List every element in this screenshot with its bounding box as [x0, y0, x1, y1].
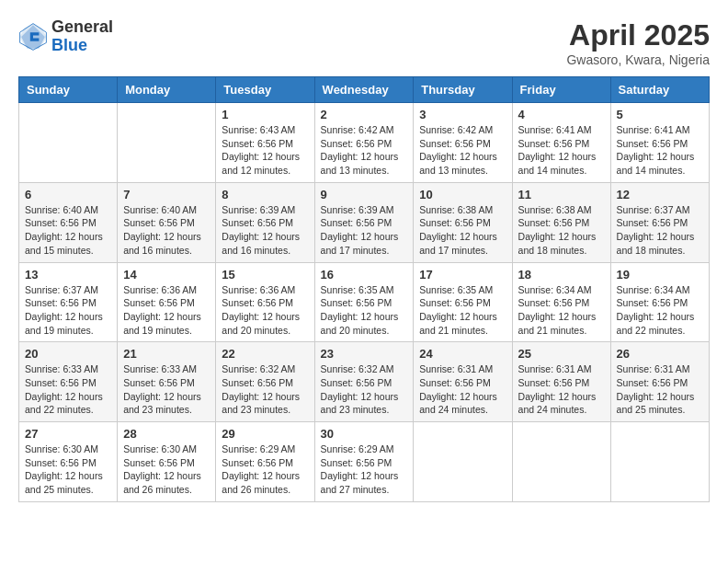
day-info: Sunrise: 6:36 AMSunset: 6:56 PMDaylight:… — [123, 283, 210, 338]
day-cell: 28Sunrise: 6:30 AMSunset: 6:56 PMDayligh… — [118, 422, 216, 502]
day-cell: 12Sunrise: 6:37 AMSunset: 6:56 PMDayligh… — [610, 182, 709, 262]
day-number: 30 — [321, 427, 408, 441]
day-cell: 24Sunrise: 6:31 AMSunset: 6:56 PMDayligh… — [414, 342, 512, 422]
day-cell: 19Sunrise: 6:34 AMSunset: 6:56 PMDayligh… — [610, 262, 709, 342]
day-number: 10 — [419, 188, 506, 201]
day-cell: 22Sunrise: 6:32 AMSunset: 6:56 PMDayligh… — [216, 342, 314, 422]
page-header: General Blue April 2025 Gwasoro, Kwara, … — [18, 18, 710, 67]
weekday-header-saturday: Saturday — [610, 77, 709, 103]
day-cell: 17Sunrise: 6:35 AMSunset: 6:56 PMDayligh… — [414, 262, 512, 342]
day-info: Sunrise: 6:37 AMSunset: 6:56 PMDaylight:… — [617, 203, 703, 258]
day-cell: 8Sunrise: 6:39 AMSunset: 6:56 PMDaylight… — [216, 182, 314, 262]
day-info: Sunrise: 6:38 AMSunset: 6:56 PMDaylight:… — [419, 203, 506, 258]
day-cell: 15Sunrise: 6:36 AMSunset: 6:56 PMDayligh… — [216, 262, 314, 342]
logo-icon — [18, 22, 48, 52]
day-number: 18 — [518, 268, 605, 282]
day-cell — [118, 103, 216, 183]
day-number: 24 — [419, 347, 506, 361]
day-info: Sunrise: 6:40 AMSunset: 6:56 PMDaylight:… — [25, 203, 111, 258]
week-row-5: 27Sunrise: 6:30 AMSunset: 6:56 PMDayligh… — [19, 422, 710, 502]
day-number: 13 — [25, 268, 111, 282]
day-info: Sunrise: 6:31 AMSunset: 6:56 PMDaylight:… — [419, 362, 506, 417]
day-info: Sunrise: 6:41 AMSunset: 6:56 PMDaylight:… — [617, 123, 703, 178]
day-info: Sunrise: 6:30 AMSunset: 6:56 PMDaylight:… — [123, 442, 210, 497]
day-cell: 27Sunrise: 6:30 AMSunset: 6:56 PMDayligh… — [19, 422, 118, 502]
day-cell: 5Sunrise: 6:41 AMSunset: 6:56 PMDaylight… — [610, 103, 709, 183]
title-block: April 2025 Gwasoro, Kwara, Nigeria — [566, 18, 710, 67]
day-number: 8 — [222, 188, 308, 201]
weekday-header-row: SundayMondayTuesdayWednesdayThursdayFrid… — [19, 77, 710, 103]
logo-text: General Blue — [51, 18, 113, 55]
day-info: Sunrise: 6:39 AMSunset: 6:56 PMDaylight:… — [321, 203, 408, 258]
week-row-2: 6Sunrise: 6:40 AMSunset: 6:56 PMDaylight… — [19, 182, 710, 262]
weekday-header-sunday: Sunday — [19, 77, 118, 103]
day-number: 4 — [518, 108, 605, 121]
weekday-header-tuesday: Tuesday — [216, 77, 314, 103]
day-cell: 25Sunrise: 6:31 AMSunset: 6:56 PMDayligh… — [512, 342, 610, 422]
day-number: 1 — [222, 108, 308, 121]
calendar-table: SundayMondayTuesdayWednesdayThursdayFrid… — [18, 76, 710, 502]
day-cell: 26Sunrise: 6:31 AMSunset: 6:56 PMDayligh… — [610, 342, 709, 422]
day-number: 20 — [25, 347, 111, 361]
week-row-4: 20Sunrise: 6:33 AMSunset: 6:56 PMDayligh… — [19, 342, 710, 422]
day-info: Sunrise: 6:43 AMSunset: 6:56 PMDaylight:… — [222, 123, 308, 178]
day-cell: 23Sunrise: 6:32 AMSunset: 6:56 PMDayligh… — [314, 342, 414, 422]
day-cell: 14Sunrise: 6:36 AMSunset: 6:56 PMDayligh… — [118, 262, 216, 342]
day-cell — [610, 422, 709, 502]
day-number: 3 — [419, 108, 506, 121]
day-info: Sunrise: 6:30 AMSunset: 6:56 PMDaylight:… — [25, 442, 111, 497]
day-cell: 30Sunrise: 6:29 AMSunset: 6:56 PMDayligh… — [314, 422, 414, 502]
day-info: Sunrise: 6:42 AMSunset: 6:56 PMDaylight:… — [419, 123, 506, 178]
day-cell: 11Sunrise: 6:38 AMSunset: 6:56 PMDayligh… — [512, 182, 610, 262]
month-title: April 2025 — [566, 18, 710, 52]
day-cell — [414, 422, 512, 502]
day-info: Sunrise: 6:34 AMSunset: 6:56 PMDaylight:… — [518, 283, 605, 338]
day-number: 17 — [419, 268, 506, 282]
day-number: 9 — [321, 188, 408, 201]
day-cell: 20Sunrise: 6:33 AMSunset: 6:56 PMDayligh… — [19, 342, 118, 422]
location-subtitle: Gwasoro, Kwara, Nigeria — [566, 52, 710, 67]
day-info: Sunrise: 6:35 AMSunset: 6:56 PMDaylight:… — [419, 283, 506, 338]
day-cell — [19, 103, 118, 183]
day-info: Sunrise: 6:33 AMSunset: 6:56 PMDaylight:… — [25, 362, 111, 417]
day-number: 16 — [321, 268, 408, 282]
day-cell: 4Sunrise: 6:41 AMSunset: 6:56 PMDaylight… — [512, 103, 610, 183]
day-number: 27 — [25, 427, 111, 441]
weekday-header-friday: Friday — [512, 77, 610, 103]
weekday-header-monday: Monday — [118, 77, 216, 103]
weekday-header-thursday: Thursday — [414, 77, 512, 103]
day-number: 15 — [222, 268, 308, 282]
day-info: Sunrise: 6:39 AMSunset: 6:56 PMDaylight:… — [222, 203, 308, 258]
day-number: 29 — [222, 427, 308, 441]
day-cell: 10Sunrise: 6:38 AMSunset: 6:56 PMDayligh… — [414, 182, 512, 262]
day-number: 21 — [123, 347, 210, 361]
day-info: Sunrise: 6:42 AMSunset: 6:56 PMDaylight:… — [321, 123, 408, 178]
day-cell: 3Sunrise: 6:42 AMSunset: 6:56 PMDaylight… — [414, 103, 512, 183]
day-info: Sunrise: 6:31 AMSunset: 6:56 PMDaylight:… — [518, 362, 605, 417]
day-cell: 2Sunrise: 6:42 AMSunset: 6:56 PMDaylight… — [314, 103, 414, 183]
weekday-header-wednesday: Wednesday — [314, 77, 414, 103]
day-cell: 29Sunrise: 6:29 AMSunset: 6:56 PMDayligh… — [216, 422, 314, 502]
logo-blue: Blue — [51, 37, 113, 55]
day-cell: 16Sunrise: 6:35 AMSunset: 6:56 PMDayligh… — [314, 262, 414, 342]
day-cell: 1Sunrise: 6:43 AMSunset: 6:56 PMDaylight… — [216, 103, 314, 183]
day-number: 23 — [321, 347, 408, 361]
day-info: Sunrise: 6:33 AMSunset: 6:56 PMDaylight:… — [123, 362, 210, 417]
day-number: 2 — [321, 108, 408, 121]
day-info: Sunrise: 6:41 AMSunset: 6:56 PMDaylight:… — [518, 123, 605, 178]
day-info: Sunrise: 6:29 AMSunset: 6:56 PMDaylight:… — [321, 442, 408, 497]
day-info: Sunrise: 6:32 AMSunset: 6:56 PMDaylight:… — [321, 362, 408, 417]
day-number: 11 — [518, 188, 605, 201]
day-cell: 9Sunrise: 6:39 AMSunset: 6:56 PMDaylight… — [314, 182, 414, 262]
day-info: Sunrise: 6:36 AMSunset: 6:56 PMDaylight:… — [222, 283, 308, 338]
day-number: 22 — [222, 347, 308, 361]
day-number: 12 — [617, 188, 703, 201]
week-row-3: 13Sunrise: 6:37 AMSunset: 6:56 PMDayligh… — [19, 262, 710, 342]
day-number: 19 — [617, 268, 703, 282]
logo-general: General — [51, 18, 113, 37]
day-cell: 21Sunrise: 6:33 AMSunset: 6:56 PMDayligh… — [118, 342, 216, 422]
day-info: Sunrise: 6:32 AMSunset: 6:56 PMDaylight:… — [222, 362, 308, 417]
day-cell: 7Sunrise: 6:40 AMSunset: 6:56 PMDaylight… — [118, 182, 216, 262]
day-info: Sunrise: 6:40 AMSunset: 6:56 PMDaylight:… — [123, 203, 210, 258]
day-info: Sunrise: 6:29 AMSunset: 6:56 PMDaylight:… — [222, 442, 308, 497]
